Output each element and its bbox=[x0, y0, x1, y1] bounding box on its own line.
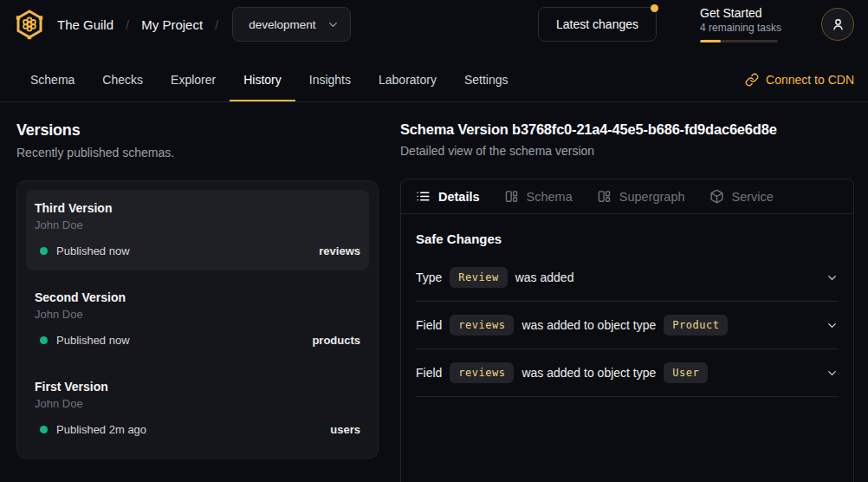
detail-body: Safe Changes Type Review was added Field… bbox=[401, 214, 853, 397]
published-dot-icon bbox=[40, 336, 48, 344]
published-label: Published now bbox=[56, 334, 130, 347]
columns-icon bbox=[597, 189, 612, 204]
tab-history[interactable]: History bbox=[230, 59, 295, 101]
person-icon bbox=[830, 16, 846, 33]
tab-label: Settings bbox=[464, 73, 508, 87]
tab-label: Details bbox=[438, 190, 480, 204]
change-prefix: Field bbox=[416, 366, 442, 380]
nav-spacer bbox=[522, 59, 746, 101]
get-started-subtitle: 4 remaining tasks bbox=[700, 21, 778, 35]
change-row[interactable]: Field reviews was added to object type P… bbox=[416, 302, 839, 349]
notification-dot bbox=[651, 4, 658, 12]
columns-icon bbox=[504, 189, 519, 204]
published-dot-icon bbox=[40, 247, 48, 255]
versions-title: Versions bbox=[16, 121, 379, 140]
tab-label: Laboratory bbox=[379, 73, 437, 87]
breadcrumb: The Guild / My Project / bbox=[57, 17, 218, 32]
breadcrumb-separator: / bbox=[126, 17, 129, 32]
connect-to-cdn-link[interactable]: Connect to CDN bbox=[745, 59, 854, 101]
connect-to-cdn-label: Connect to CDN bbox=[766, 73, 854, 87]
page-content: Versions Recently published schemas. Thi… bbox=[0, 102, 868, 482]
tab-supergraph[interactable]: Supergraph bbox=[597, 189, 685, 204]
version-status-row: Published now products bbox=[35, 334, 360, 347]
tab-explorer[interactable]: Explorer bbox=[157, 59, 230, 101]
tab-schema[interactable]: Schema bbox=[16, 59, 88, 101]
change-prefix: Field bbox=[416, 318, 442, 332]
tab-label: Explorer bbox=[171, 73, 216, 87]
detail-tabs: Details Schema bbox=[401, 179, 853, 214]
tab-schema-view[interactable]: Schema bbox=[504, 189, 573, 204]
link-icon bbox=[745, 73, 759, 87]
version-author: John Doe bbox=[35, 218, 360, 231]
version-list-item[interactable]: Third Version John Doe Published now rev… bbox=[26, 190, 369, 270]
get-started-progress-fill bbox=[700, 40, 721, 43]
change-code-badge: User bbox=[664, 362, 708, 383]
change-middle: was added to object type bbox=[521, 366, 656, 380]
version-author: John Doe bbox=[35, 308, 360, 321]
change-middle: was added bbox=[515, 270, 574, 284]
tab-label: Schema bbox=[30, 73, 74, 87]
service-name: products bbox=[312, 334, 360, 347]
get-started-title: Get Started bbox=[700, 6, 778, 22]
breadcrumb-org[interactable]: The Guild bbox=[57, 17, 113, 32]
chevron-down-icon[interactable] bbox=[826, 271, 839, 284]
service-name: users bbox=[330, 423, 360, 436]
tab-label: Checks bbox=[102, 73, 143, 87]
get-started-progress-bar bbox=[700, 40, 778, 43]
version-name: Second Version bbox=[35, 290, 360, 304]
version-name: First Version bbox=[35, 380, 360, 394]
breadcrumb-separator: / bbox=[215, 17, 218, 32]
tab-label: Schema bbox=[527, 190, 573, 204]
versions-subtitle: Recently published schemas. bbox=[16, 146, 379, 160]
version-list: Third Version John Doe Published now rev… bbox=[16, 180, 379, 459]
cube-icon bbox=[709, 189, 724, 204]
tab-settings[interactable]: Settings bbox=[450, 59, 522, 101]
target-selector-dropdown[interactable]: development bbox=[232, 7, 350, 42]
change-code-badge: reviews bbox=[450, 362, 514, 383]
tab-label: Supergraph bbox=[619, 190, 685, 204]
app-root: The Guild / My Project / development Lat… bbox=[0, 0, 868, 482]
safe-changes-title: Safe Changes bbox=[416, 231, 839, 246]
latest-changes-button[interactable]: Latest changes bbox=[538, 7, 657, 42]
version-list-item[interactable]: Second Version John Doe Published now pr… bbox=[26, 279, 369, 360]
tab-label: Service bbox=[732, 190, 774, 204]
target-selector-value: development bbox=[249, 18, 315, 31]
change-prefix: Type bbox=[416, 270, 442, 284]
tab-service[interactable]: Service bbox=[709, 189, 774, 204]
tab-insights[interactable]: Insights bbox=[295, 59, 365, 101]
chevron-down-icon[interactable] bbox=[826, 367, 839, 380]
published-dot-icon bbox=[40, 426, 48, 433]
user-avatar[interactable] bbox=[821, 8, 854, 41]
change-row[interactable]: Field reviews was added to object type U… bbox=[416, 349, 839, 397]
tab-checks[interactable]: Checks bbox=[88, 59, 157, 101]
hive-logo-icon[interactable] bbox=[14, 9, 45, 40]
breadcrumb-project[interactable]: My Project bbox=[141, 17, 203, 32]
version-status-row: Published now reviews bbox=[35, 244, 360, 257]
change-code-badge: Product bbox=[664, 315, 728, 335]
main-nav: Schema Checks Explorer History Insights … bbox=[0, 49, 868, 102]
published-label: Published now bbox=[56, 244, 130, 257]
latest-changes-label: Latest changes bbox=[556, 17, 638, 31]
change-row[interactable]: Type Review was added bbox=[416, 254, 839, 302]
tab-label: History bbox=[243, 73, 282, 87]
chevron-down-icon bbox=[327, 18, 340, 31]
version-name: Third Version bbox=[35, 201, 360, 215]
top-bar: The Guild / My Project / development Lat… bbox=[0, 0, 868, 49]
published-label: Published 2m ago bbox=[56, 423, 146, 436]
schema-version-subtitle: Detailed view of the schema version bbox=[400, 144, 854, 158]
change-middle: was added to object type bbox=[521, 318, 656, 332]
get-started-widget[interactable]: Get Started 4 remaining tasks bbox=[700, 6, 778, 42]
schema-version-detail-column: Schema Version b3768fc0-21a4-45e5-b686-f… bbox=[400, 121, 854, 482]
chevron-down-icon[interactable] bbox=[826, 319, 839, 332]
list-icon bbox=[416, 189, 431, 204]
tab-details[interactable]: Details bbox=[416, 189, 480, 204]
version-status-row: Published 2m ago users bbox=[35, 423, 360, 436]
versions-column: Versions Recently published schemas. Thi… bbox=[16, 121, 379, 482]
change-code-badge: Review bbox=[450, 267, 507, 288]
schema-version-panel: Details Schema bbox=[400, 179, 854, 482]
version-author: John Doe bbox=[35, 397, 360, 410]
tab-label: Insights bbox=[309, 73, 351, 87]
tab-laboratory[interactable]: Laboratory bbox=[365, 59, 450, 101]
version-list-item[interactable]: First Version John Doe Published 2m ago … bbox=[26, 368, 369, 449]
service-name: reviews bbox=[319, 244, 360, 257]
